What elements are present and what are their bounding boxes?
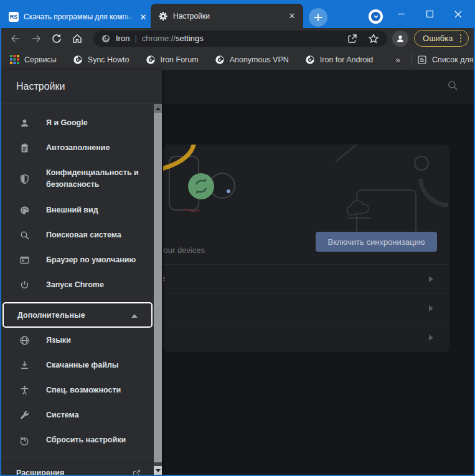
menu-label: Конфиденциальность и безопасность <box>46 167 144 191</box>
bookmark-iron-forum[interactable]: Iron Forum <box>146 55 199 65</box>
caret-up-icon <box>131 311 138 320</box>
drawer-scrollbar[interactable] <box>154 104 162 475</box>
history-icon <box>19 434 30 445</box>
bookmarks-right-group: » Список для чтения <box>389 54 475 65</box>
star-icon[interactable] <box>367 32 380 45</box>
site-name[interactable]: Iron <box>116 34 129 43</box>
menu-item-appearance[interactable]: Внешний вид <box>1 198 154 222</box>
menu-item-on-startup[interactable]: Запуск Chrome <box>1 272 154 297</box>
sync-promo-text-fragment: your devices <box>163 245 205 255</box>
menu-item-you-and-google[interactable]: Я и Google <box>1 110 154 135</box>
menu-label: Поисковая система <box>46 231 121 239</box>
bookmark-sync-howto[interactable]: Sync Howto <box>73 55 129 65</box>
iron-logo-icon <box>305 55 315 65</box>
menu-label: Расширения <box>16 469 64 475</box>
menu-item-reset[interactable]: Сбросить настройки <box>1 427 154 452</box>
menu-label: Я и Google <box>46 118 88 127</box>
minimize-button[interactable] <box>387 0 415 28</box>
row-text-fragment: e <box>163 274 165 283</box>
search-icon[interactable] <box>446 79 459 94</box>
settings-drawer: Настройки Я и Google Автозаполнение <box>1 70 162 475</box>
more-vert-icon <box>458 34 464 42</box>
menu-item-extensions[interactable]: Расширения <box>1 465 154 475</box>
settings-page: your devices Включить синхронизацию e <box>1 70 474 475</box>
reading-list-button[interactable]: Список для чтения <box>417 55 475 65</box>
scrollbar-down-button[interactable] <box>154 466 162 475</box>
gear-icon <box>158 11 168 21</box>
share-icon[interactable] <box>346 32 359 45</box>
back-button[interactable] <box>7 31 24 47</box>
sync-promo-card: your devices Включить синхронизацию e <box>163 145 449 352</box>
scrollbar-up-button[interactable] <box>154 104 162 113</box>
tab-downloads-page[interactable]: RS Скачать программы для компью ✕ <box>9 7 148 26</box>
bookmarks-overflow-chevron[interactable]: » <box>389 55 407 65</box>
reading-list-icon <box>417 55 427 65</box>
bookmark-label: Iron for Android <box>320 55 373 64</box>
error-menu-button[interactable]: Ошибка <box>414 30 469 47</box>
chevron-right-icon <box>428 274 433 285</box>
palette-icon <box>19 204 30 216</box>
settings-row[interactable] <box>163 293 449 323</box>
menu-item-autofill[interactable]: Автозаполнение <box>1 135 154 160</box>
wrench-icon <box>19 409 30 421</box>
external-link-icon <box>132 469 141 475</box>
menu-label: Спец. возможности <box>46 386 121 394</box>
menu-item-downloads[interactable]: Скачанные файлы <box>1 353 154 378</box>
settings-rows: e <box>163 264 449 352</box>
bookmarks-bar: Сервисы Sync Howto Iron Forum Anonymous … <box>1 49 474 70</box>
close-tab-icon[interactable]: ✕ <box>138 12 148 22</box>
download-icon <box>19 359 30 371</box>
bookmark-iron-for-android[interactable]: Iron for Android <box>305 55 373 65</box>
drawer-menu: Я и Google Автозаполнение Конфиденциальн… <box>1 104 154 475</box>
close-tab-icon[interactable]: ✕ <box>287 11 297 21</box>
accessibility-icon <box>19 384 30 396</box>
menu-item-privacy-security[interactable]: Конфиденциальность и безопасность <box>1 160 154 198</box>
bookmark-label: Anonymous VPN <box>230 55 289 64</box>
browser-icon <box>19 254 30 265</box>
browser-window: RS Скачать программы для компью ✕ Настро… <box>0 0 475 476</box>
globe-icon <box>19 335 30 346</box>
menu-item-languages[interactable]: Языки <box>1 328 154 353</box>
profile-chevron-badge[interactable] <box>369 9 383 24</box>
menu-label: Система <box>46 411 79 419</box>
bookmark-anonymous-vpn[interactable]: Anonymous VPN <box>215 55 289 65</box>
menu-item-advanced[interactable]: Дополнительные <box>2 302 153 328</box>
iron-logo-icon <box>146 55 156 65</box>
maximize-button[interactable] <box>415 0 444 28</box>
forward-button[interactable] <box>28 31 44 47</box>
menu-item-search-engine[interactable]: Поисковая система <box>1 222 154 247</box>
new-tab-button[interactable] <box>309 8 327 27</box>
close-window-button[interactable] <box>444 0 473 28</box>
home-button[interactable] <box>69 31 85 47</box>
settings-row[interactable] <box>163 323 449 352</box>
chevron-right-icon <box>428 303 433 314</box>
menu-label: Браузер по умолчанию <box>46 255 136 264</box>
address-bar[interactable]: Iron | chrome://settings <box>93 31 387 47</box>
iron-logo-icon <box>215 55 225 65</box>
omnibox-separator: | <box>134 34 136 43</box>
menu-item-accessibility[interactable]: Спец. возможности <box>1 378 154 402</box>
toolbar: Iron | chrome://settings Ошибка <box>1 28 474 49</box>
chevron-right-icon <box>428 332 433 343</box>
menu-label: Дополнительные <box>17 311 85 320</box>
bookmark-label: Sync Howto <box>88 55 129 64</box>
menu-label: Запуск Chrome <box>46 280 104 289</box>
drawer-title: Настройки <box>1 70 162 103</box>
bookmark-services[interactable]: Сервисы <box>10 55 57 64</box>
site-icon[interactable] <box>101 34 111 44</box>
scrollbar-thumb[interactable] <box>154 113 162 462</box>
magnifier-icon <box>19 229 30 240</box>
drawer-divider <box>1 457 154 457</box>
menu-item-system[interactable]: Система <box>1 402 154 427</box>
menu-label: Автозаполнение <box>46 143 110 152</box>
tab-title: Скачать программы для компью <box>24 12 133 21</box>
reload-button[interactable] <box>49 31 65 47</box>
tab-settings[interactable]: Настройки ✕ <box>151 4 303 28</box>
sync-illustration <box>163 145 449 232</box>
bookmarks-separator <box>412 54 412 65</box>
enable-sync-button[interactable]: Включить синхронизацию <box>316 232 437 252</box>
avatar[interactable] <box>392 31 408 47</box>
settings-row[interactable]: e <box>163 264 449 293</box>
menu-item-default-browser[interactable]: Браузер по умолчанию <box>1 247 154 272</box>
url-text[interactable]: chrome://settings <box>142 34 204 43</box>
